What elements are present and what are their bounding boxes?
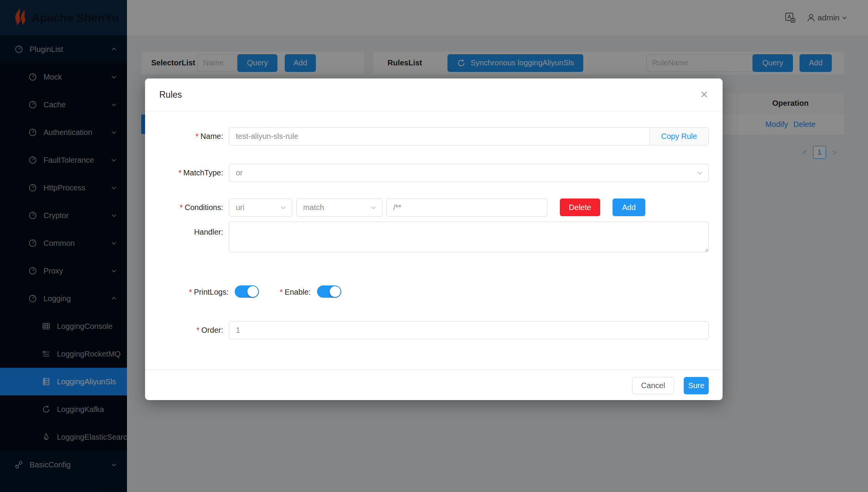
- order-input[interactable]: [229, 321, 709, 339]
- modal-title: Rules: [159, 90, 182, 100]
- order-label: Order:: [145, 321, 223, 339]
- chevron-down-icon: [370, 204, 377, 211]
- name-input[interactable]: [229, 128, 649, 145]
- chevron-down-icon: [280, 204, 287, 211]
- enable-toggle[interactable]: [317, 285, 341, 298]
- name-label: Name:: [145, 127, 223, 145]
- name-input-group: Copy Rule: [229, 127, 709, 145]
- toggle-knob: [330, 286, 341, 297]
- matchtype-select[interactable]: or: [229, 164, 709, 182]
- condition-delete-button[interactable]: Delete: [560, 198, 600, 216]
- sure-button[interactable]: Sure: [684, 377, 709, 394]
- condition-operator-value: match: [303, 203, 324, 212]
- handler-textarea[interactable]: [229, 222, 709, 252]
- conditions-label: Conditions:: [145, 198, 223, 217]
- close-icon[interactable]: ✕: [700, 90, 708, 100]
- copy-rule-button[interactable]: Copy Rule: [649, 128, 708, 145]
- modal-footer-divider: [145, 369, 723, 370]
- printlogs-toggle[interactable]: [235, 285, 259, 298]
- matchtype-label: MatchType:: [145, 164, 223, 182]
- chevron-down-icon: [696, 170, 703, 176]
- condition-value-input[interactable]: [386, 198, 548, 217]
- enable-label: Enable:: [280, 285, 311, 299]
- cancel-button[interactable]: Cancel: [632, 377, 674, 394]
- toggle-knob: [247, 286, 258, 297]
- modal-header: Rules ✕: [145, 78, 723, 111]
- modal-body: Name: Copy Rule MatchType: or Conditions…: [145, 112, 723, 369]
- printlogs-label: PrintLogs:: [145, 285, 229, 299]
- matchtype-value: or: [236, 168, 243, 177]
- condition-operator-select[interactable]: match: [296, 198, 382, 217]
- rules-modal: Rules ✕ Name: Copy Rule MatchType: or Co…: [145, 78, 723, 400]
- handler-label: Handler:: [145, 223, 223, 241]
- condition-add-button[interactable]: Add: [613, 198, 645, 216]
- condition-paramtype-value: uri: [236, 203, 244, 212]
- condition-paramtype-select[interactable]: uri: [229, 198, 292, 217]
